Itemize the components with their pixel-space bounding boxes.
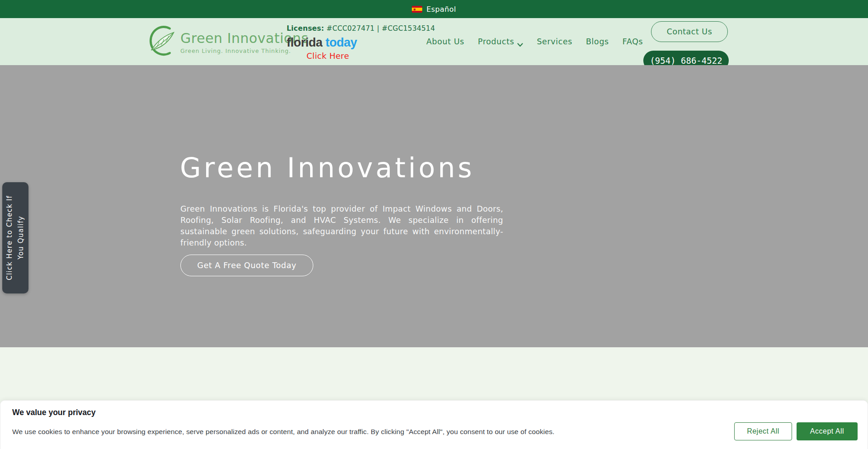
cookie-banner-title: We value your privacy (12, 408, 96, 417)
florida-today-click-here-link[interactable]: Click Here (307, 51, 435, 61)
hero-title: Green Innovations (180, 152, 475, 184)
page: Español Green Innovations Green Living. … (0, 0, 868, 449)
nav-label-blogs: Blogs (586, 37, 609, 46)
contact-us-button[interactable]: Contact Us (651, 21, 728, 42)
nav-label-products: Products (478, 37, 514, 46)
qualify-tab-line2: You Qualify (15, 195, 27, 280)
language-bar: Español (0, 0, 868, 18)
site-header: Green Innovations Green Living. Innovati… (0, 18, 868, 65)
nav-item-services[interactable]: Services (537, 37, 572, 46)
nav-label-about-us: About Us (426, 37, 464, 46)
hero-section: Green Innovations Green Innovations is F… (0, 65, 868, 347)
header-center-block: Licenses: #CCC027471 | #CGC1534514 flori… (287, 24, 435, 61)
nav-item-products[interactable]: Products (478, 37, 523, 46)
qualify-side-tab-text: Click Here to Check If You Qualify (4, 195, 27, 280)
spain-flag-icon (412, 6, 422, 13)
nav-label-services: Services (537, 37, 572, 46)
language-switch-espanol[interactable]: Español (426, 5, 456, 14)
site-logo[interactable]: Green Innovations Green Living. Innovati… (146, 24, 308, 61)
nav-item-about-us[interactable]: About Us (426, 37, 464, 46)
florida-today-part2: today (326, 36, 357, 49)
qualify-side-tab[interactable]: Click Here to Check If You Qualify (2, 182, 28, 293)
florida-today-part1: florida (287, 36, 322, 49)
licenses-line: Licenses: #CCC027471 | #CGC1534514 (287, 24, 435, 33)
cookie-banner-message: We use cookies to enhance your browsing … (12, 428, 554, 436)
cookie-consent-banner: We value your privacy We use cookies to … (0, 400, 868, 449)
hero-description: Green Innovations is Florida's top provi… (180, 203, 503, 249)
licenses-label: Licenses: (287, 24, 324, 33)
accept-all-button[interactable]: Accept All (797, 422, 858, 440)
nav-item-blogs[interactable]: Blogs (586, 37, 609, 46)
reject-all-button[interactable]: Reject All (734, 422, 792, 440)
free-quote-button[interactable]: Get A Free Quote Today (180, 255, 313, 276)
main-nav: About Us Products Services Blogs FAQs (426, 18, 643, 65)
nav-item-faqs[interactable]: FAQs (623, 37, 643, 46)
nav-label-faqs: FAQs (623, 37, 643, 46)
florida-today-logo[interactable]: florida today (287, 36, 435, 50)
qualify-tab-line1: Click Here to Check If (4, 195, 15, 280)
chevron-down-icon (517, 40, 523, 44)
licenses-value: #CCC027471 | #CGC1534514 (326, 24, 435, 33)
leaf-logo-icon (146, 24, 178, 61)
